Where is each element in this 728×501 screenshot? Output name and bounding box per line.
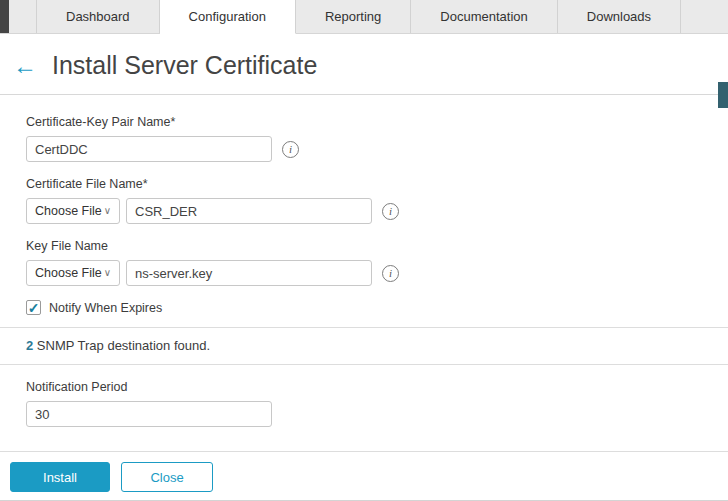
notify-when-expires-row: ✓ Notify When Expires [26, 300, 728, 315]
tab-downloads[interactable]: Downloads [558, 0, 681, 33]
tab-reporting[interactable]: Reporting [296, 0, 411, 33]
chevron-down-icon: ∨ [104, 268, 111, 278]
cert-file-label: Certificate File Name* [26, 177, 728, 191]
footer-spacer [0, 427, 728, 451]
cert-key-pair-label: Certificate-Key Pair Name* [26, 115, 728, 129]
back-arrow-icon[interactable]: ← [13, 54, 37, 78]
certificate-form: Certificate-Key Pair Name* i Certificate… [0, 115, 728, 315]
page-header: ← Install Server Certificate [0, 34, 728, 94]
cert-file-row: Choose File ∨ i [26, 198, 728, 224]
info-icon[interactable]: i [282, 141, 299, 158]
notify-when-expires-label: Notify When Expires [49, 301, 162, 315]
snmp-trap-notice: 2 SNMP Trap destination found. [0, 327, 728, 365]
tab-documentation[interactable]: Documentation [411, 0, 557, 33]
tab-label: Reporting [325, 9, 381, 24]
tab-label: Configuration [189, 9, 266, 24]
key-file-input[interactable] [126, 260, 372, 286]
key-file-row: Choose File ∨ i [26, 260, 728, 286]
snmp-trap-text: SNMP Trap destination found. [33, 338, 210, 353]
tab-label: Downloads [587, 9, 651, 24]
tab-configuration[interactable]: Configuration [160, 0, 296, 34]
notify-when-expires-checkbox[interactable]: ✓ [26, 300, 41, 315]
logo-fragment [0, 0, 9, 33]
notification-period-section: Notification Period [0, 380, 728, 427]
cert-key-pair-input[interactable] [26, 136, 272, 162]
header-divider [0, 94, 728, 95]
cert-key-pair-row: i [26, 136, 728, 162]
install-server-certificate-page: Dashboard Configuration Reporting Docume… [0, 0, 728, 501]
chevron-down-icon: ∨ [104, 206, 111, 216]
side-panel-handle[interactable] [718, 82, 728, 108]
info-icon[interactable]: i [382, 265, 399, 282]
tab-label: Dashboard [66, 9, 130, 24]
notification-period-row [26, 401, 728, 427]
key-file-choose-dropdown[interactable]: Choose File ∨ [26, 260, 120, 286]
page-title: Install Server Certificate [52, 51, 317, 80]
tab-dashboard[interactable]: Dashboard [36, 0, 160, 33]
tab-label: Documentation [440, 9, 527, 24]
install-button[interactable]: Install [10, 462, 110, 492]
cert-file-input[interactable] [126, 198, 372, 224]
choose-file-label: Choose File [35, 266, 102, 280]
notification-period-label: Notification Period [26, 380, 728, 394]
cert-file-choose-dropdown[interactable]: Choose File ∨ [26, 198, 120, 224]
action-bar: Install Close [0, 452, 728, 492]
top-tab-bar: Dashboard Configuration Reporting Docume… [0, 0, 728, 34]
close-button[interactable]: Close [121, 462, 213, 492]
choose-file-label: Choose File [35, 204, 102, 218]
notification-period-input[interactable] [26, 401, 272, 427]
key-file-label: Key File Name [26, 239, 728, 253]
info-icon[interactable]: i [382, 203, 399, 220]
